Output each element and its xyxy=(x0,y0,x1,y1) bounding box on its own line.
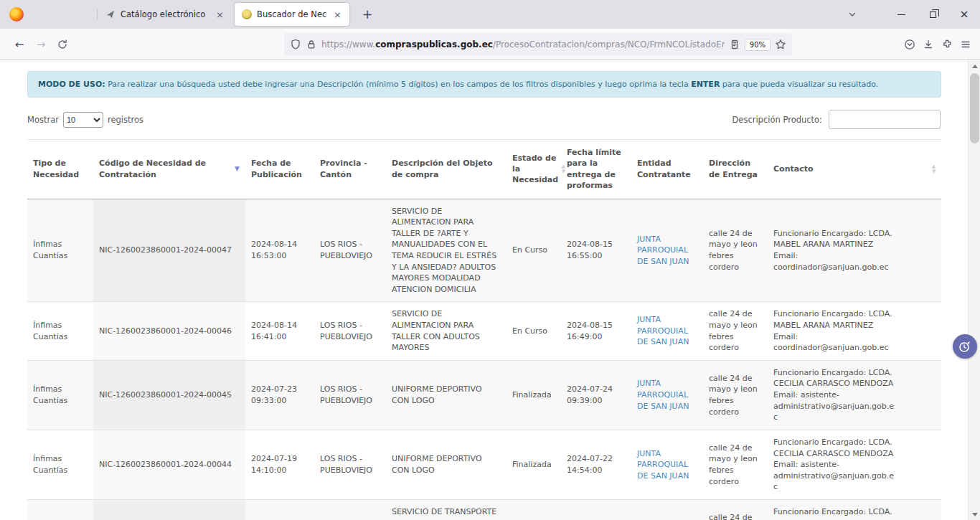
back-button[interactable]: ← xyxy=(9,34,30,55)
product-description-input[interactable] xyxy=(829,110,941,129)
sort-icon: ▲▼ xyxy=(932,164,936,174)
buscador-favicon-icon xyxy=(241,9,252,20)
cell-provincia-canton: LOS RIOS - PUEBLOVIEJO xyxy=(314,360,386,430)
tab-close-icon[interactable]: × xyxy=(332,9,343,20)
cell-tipo-necesidad: Ínfimas Cuantías xyxy=(27,199,93,302)
sort-icon: ▲▼ xyxy=(561,164,565,174)
usage-note-label: MODO DE USO: xyxy=(38,80,105,89)
cell-direccion: calle 24 de mayo y leon febres cordero xyxy=(703,499,768,520)
clock-icon xyxy=(958,339,972,354)
table-header-row: Tipo de Necesidad ▼ ▲▼ Código de Necesid… xyxy=(27,140,941,199)
table-row: Ínfimas Cuantías NIC-1260023860001-2024-… xyxy=(27,430,941,499)
catalogo-favicon-icon xyxy=(105,9,116,20)
cell-fecha-publicacion: 2024-08-14 16:53:00 xyxy=(245,199,314,302)
cell-tipo-necesidad: Ínfimas Cuantías xyxy=(27,360,93,430)
lock-icon[interactable] xyxy=(306,39,317,50)
tab-buscador[interactable]: Buscador de Necesidades de Co × xyxy=(235,3,349,26)
cell-codigo: NIC-1260023860001-2024-00043 xyxy=(93,499,245,520)
show-label: Mostrar xyxy=(27,115,59,125)
records-label: registros xyxy=(108,115,143,125)
scroll-up-icon[interactable] xyxy=(969,60,980,72)
url-bar[interactable]: https://www.compraspublicas.gob.ec/Proce… xyxy=(284,33,792,56)
toolbar-right xyxy=(904,39,971,50)
cell-direccion: calle 24 de mayo y leon febres cordero xyxy=(703,302,768,360)
cell-provincia-canton: LOS RIOS - PUEBLOVIEJO xyxy=(314,430,386,499)
pocket-icon[interactable] xyxy=(904,39,915,50)
entity-link[interactable]: JUNTA PARROQUIAL DE SAN JUAN xyxy=(637,379,689,410)
contact-email: Email: asistente-administrativo@sanjuan.… xyxy=(773,389,897,423)
forward-button[interactable]: → xyxy=(30,34,52,55)
url-text[interactable]: https://www.compraspublicas.gob.ec/Proce… xyxy=(321,39,725,49)
sort-desc-icon: ▼ xyxy=(235,164,240,174)
column-header[interactable]: Descripción del Objeto de compra ▼ ▲▼ xyxy=(386,140,507,199)
cell-codigo: NIC-1260023860001-2024-00044 xyxy=(93,430,245,499)
column-header[interactable]: Código de Necesidad de Contratación ▼ ▲▼ xyxy=(93,140,245,199)
floating-widget-button[interactable] xyxy=(953,334,977,359)
new-tab-button[interactable]: + xyxy=(357,6,378,23)
reload-button[interactable] xyxy=(52,34,73,55)
contact-email: Email: coordinador@sanjuan.gob.ec xyxy=(773,331,897,354)
filter-label: Descripción Producto: xyxy=(732,115,822,125)
cell-fecha-limite: 2024-07-22 14:54:00 xyxy=(561,430,631,499)
column-header[interactable]: Fecha de Publicación ▼ ▲▼ xyxy=(245,140,314,199)
cell-fecha-publicacion: 2024-07-19 14:10:00 xyxy=(245,430,314,499)
scroll-down-icon[interactable] xyxy=(969,509,980,520)
results-table: Tipo de Necesidad ▼ ▲▼ Código de Necesid… xyxy=(27,139,941,520)
table-row: Ínfimas Cuantías NIC-1260023860001-2024-… xyxy=(27,360,941,430)
tab-title: Catálogo electrónico xyxy=(121,9,209,19)
cell-direccion: calle 24 de mayo y leon febres cordero xyxy=(703,199,768,302)
column-header[interactable]: Tipo de Necesidad ▼ ▲▼ xyxy=(27,140,93,199)
download-icon[interactable] xyxy=(923,39,934,50)
entity-link[interactable]: JUNTA PARROQUIAL DE SAN JUAN xyxy=(637,235,689,266)
cell-descripcion: UNIFORME DEPORTIVO CON LOGO xyxy=(386,430,507,499)
contact-email: Email: coordinador@sanjuan.gob.ec xyxy=(773,250,897,273)
entity-link[interactable]: JUNTA PARROQUIAL DE SAN JUAN xyxy=(637,315,689,346)
menu-hamburger-icon[interactable] xyxy=(960,39,971,50)
column-header[interactable]: Fecha límite para la entrega de proforma… xyxy=(561,140,631,199)
cell-fecha-limite: 2024-07-17 11:10:00 xyxy=(561,499,631,520)
contact-funcionario: Funcionario Encargado: LCDA. MABEL ARANA… xyxy=(773,228,897,250)
tab-list-chevron-icon[interactable] xyxy=(847,9,858,20)
column-header[interactable]: Dirección de Entrega ▼ ▲▼ xyxy=(703,140,768,199)
close-button[interactable]: × xyxy=(948,0,980,29)
cell-estado: Finalizada xyxy=(507,430,561,499)
cell-tipo-necesidad: Ínfimas Cuantías xyxy=(27,302,93,360)
reader-mode-icon[interactable] xyxy=(729,39,740,50)
column-header[interactable]: Provincia - Cantón ▼ ▲▼ xyxy=(314,140,386,199)
cell-contacto: Funcionario Encargado: LCDA. CECILIA CAR… xyxy=(768,360,941,430)
vertical-scrollbar[interactable] xyxy=(968,60,980,520)
contact-funcionario: Funcionario Encargado: LCDA. CECILIA CAR… xyxy=(773,506,897,520)
extensions-icon[interactable] xyxy=(941,39,953,50)
cell-direccion: calle 24 de mayo y leon febres cordero xyxy=(703,430,768,499)
shield-icon[interactable] xyxy=(290,39,301,50)
contact-funcionario: Funcionario Encargado: LCDA. MABEL ARANA… xyxy=(773,308,897,331)
zoom-level-badge[interactable]: 90% xyxy=(745,39,771,51)
cell-fecha-limite: 2024-08-15 16:49:00 xyxy=(561,302,631,360)
cell-entidad: JUNTA PARROQUIAL DE SAN JUAN xyxy=(631,199,703,302)
entity-link[interactable]: JUNTA PARROQUIAL DE SAN JUAN xyxy=(637,449,689,481)
table-controls: Mostrar 10 registros Descripción Product… xyxy=(27,110,941,129)
table-row: Ínfimas Cuantías NIC-1260023860001-2024-… xyxy=(27,499,941,520)
column-header[interactable]: Entidad Contratante ▼ ▲▼ xyxy=(631,140,703,199)
bookmark-star-icon[interactable] xyxy=(775,39,786,50)
page-size-select[interactable]: 10 xyxy=(63,112,103,128)
cell-fecha-publicacion: 2024-07-23 09:33:00 xyxy=(245,360,314,430)
table-row: Ínfimas Cuantías NIC-1260023860001-2024-… xyxy=(27,199,941,302)
cell-fecha-publicacion: 2024-07-16 11:05:00 xyxy=(245,499,314,520)
scrollbar-thumb[interactable] xyxy=(970,73,979,143)
tab-catalogo[interactable]: Catálogo electrónico × xyxy=(98,3,232,26)
cell-descripcion: UNIFORME DEPORTIVO CON LOGO xyxy=(386,360,507,430)
tab-close-icon[interactable]: × xyxy=(215,9,225,20)
cell-descripcion: SERVICIO DE ALIMENTACION PARA TALLER DE … xyxy=(386,199,507,302)
contact-funcionario: Funcionario Encargado: LCDA. CECILIA CAR… xyxy=(773,437,897,459)
column-header[interactable]: Contacto ▼ ▲▼ xyxy=(768,140,941,199)
column-header[interactable]: Estado de la Necesidad ▼ ▲▼ xyxy=(507,140,561,199)
restore-button[interactable] xyxy=(917,0,948,29)
window-controls: × xyxy=(847,0,980,29)
cell-provincia-canton: LOS RIOS - PUEBLOVIEJO xyxy=(314,199,386,302)
cell-fecha-limite: 2024-08-15 16:55:00 xyxy=(561,199,631,302)
cell-provincia-canton: LOS RIOS - PUEBLOVIEJO xyxy=(314,302,386,360)
cell-estado: En Curso xyxy=(507,302,561,360)
firefox-icon[interactable] xyxy=(9,7,24,22)
minimize-button[interactable] xyxy=(885,0,917,29)
